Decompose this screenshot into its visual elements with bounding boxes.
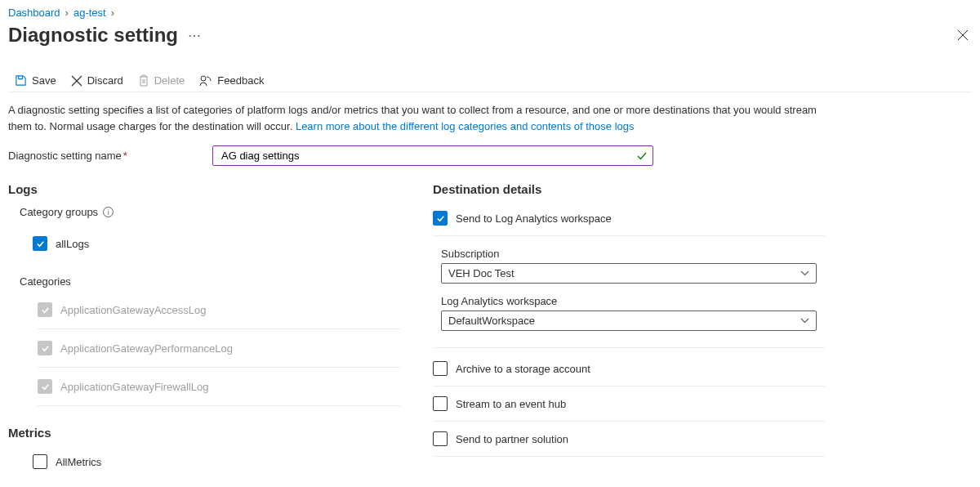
- chevron-right-icon: ›: [111, 7, 114, 19]
- subscription-select[interactable]: VEH Doc Test: [441, 263, 817, 284]
- category-checkbox: [38, 341, 52, 355]
- category-label: ApplicationGatewayFirewallLog: [60, 381, 208, 393]
- logs-header: Logs: [8, 182, 400, 196]
- chevron-right-icon: ›: [65, 7, 69, 19]
- stream-eventhub-label: Stream to an event hub: [456, 398, 566, 410]
- save-icon: [15, 74, 27, 87]
- send-partner-checkbox[interactable]: [433, 431, 448, 446]
- subscription-value: VEH Doc Test: [448, 267, 514, 279]
- delete-icon: [138, 74, 149, 87]
- feedback-label: Feedback: [217, 74, 264, 87]
- setting-name-label: Diagnostic setting name*: [8, 150, 211, 162]
- send-partner-label: Send to partner solution: [456, 433, 568, 445]
- category-checkbox: [38, 379, 52, 394]
- send-la-label: Send to Log Analytics workspace: [456, 212, 612, 225]
- chevron-down-icon: [800, 318, 809, 324]
- subscription-label: Subscription: [441, 248, 825, 260]
- breadcrumb-dashboard[interactable]: Dashboard: [8, 7, 60, 19]
- setting-name-input[interactable]: [212, 145, 653, 166]
- archive-storage-label: Archive to a storage account: [456, 363, 590, 375]
- save-label: Save: [32, 74, 56, 87]
- workspace-label: Log Analytics workspace: [441, 295, 825, 307]
- close-icon: [957, 29, 969, 41]
- toolbar: Save Discard Delete Feedback: [8, 69, 972, 92]
- discard-icon: [71, 75, 82, 87]
- workspace-value: DefaultWorkspace: [448, 315, 535, 327]
- delete-label: Delete: [154, 74, 185, 87]
- category-groups-header: Category groups i: [20, 206, 400, 218]
- categories-header: Categories: [20, 275, 400, 288]
- alllogs-label: allLogs: [56, 238, 89, 250]
- discard-button[interactable]: Discard: [71, 74, 123, 87]
- send-la-checkbox[interactable]: [433, 211, 448, 226]
- discard-label: Discard: [87, 74, 123, 87]
- more-icon[interactable]: ⋯: [188, 28, 202, 43]
- alllogs-checkbox[interactable]: [33, 236, 47, 251]
- chevron-down-icon: [800, 270, 809, 276]
- category-label: ApplicationGatewayPerformanceLog: [60, 342, 233, 355]
- workspace-select[interactable]: DefaultWorkspace: [441, 311, 817, 331]
- feedback-icon: [199, 74, 212, 87]
- svg-point-0: [201, 76, 206, 81]
- destination-header: Destination details: [433, 182, 825, 196]
- metrics-header: Metrics: [8, 426, 400, 440]
- allmetrics-label: AllMetrics: [56, 456, 101, 468]
- category-checkbox: [38, 302, 52, 317]
- archive-storage-checkbox[interactable]: [433, 361, 448, 376]
- save-button[interactable]: Save: [15, 74, 56, 87]
- category-label: ApplicationGatewayAccessLog: [60, 304, 207, 316]
- breadcrumb: Dashboard › ag-test ›: [8, 7, 972, 19]
- feedback-button[interactable]: Feedback: [199, 74, 264, 87]
- close-button[interactable]: [954, 26, 972, 44]
- stream-eventhub-checkbox[interactable]: [433, 396, 448, 411]
- valid-check-icon: [637, 151, 647, 161]
- info-icon[interactable]: i: [103, 207, 114, 217]
- breadcrumb-item[interactable]: ag-test: [74, 7, 106, 19]
- delete-button: Delete: [138, 74, 185, 87]
- page-title: Diagnostic setting: [8, 24, 178, 47]
- learn-more-link[interactable]: Learn more about the different log categ…: [296, 120, 635, 132]
- allmetrics-checkbox[interactable]: [33, 454, 47, 469]
- description: A diagnostic setting specifies a list of…: [8, 102, 817, 134]
